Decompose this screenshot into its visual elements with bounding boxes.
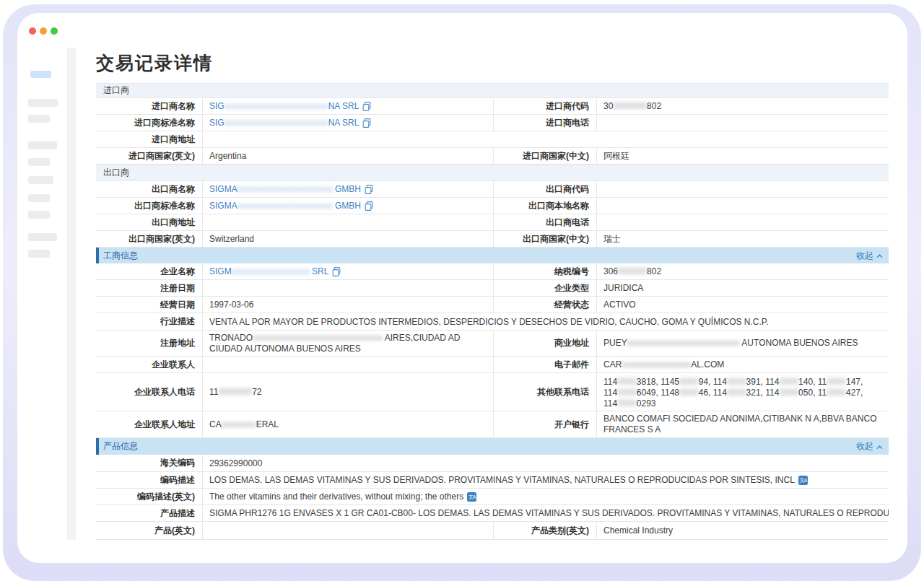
phone-line: 11400006049, 1148000046, 1140000321, 114…	[603, 388, 884, 398]
field-label: 企业名称	[96, 263, 203, 279]
sidebar-item[interactable]	[28, 233, 57, 241]
copy-icon[interactable]	[365, 185, 373, 194]
exporter-code-value	[597, 181, 889, 197]
field-label: 产品(英文)	[96, 522, 203, 539]
sidebar-item[interactable]	[28, 250, 50, 258]
section-title: 进口商	[103, 84, 129, 97]
contact-phone-value: 11000000072	[203, 373, 493, 411]
sidebar-item[interactable]	[28, 194, 50, 202]
importer-name-cell: SIGxxxxxxxxxxxxxxxxxxxxxxxxNA SRL	[203, 98, 493, 114]
table-row: 经营日期 1997-03-06 经营状态 ACTIVO	[96, 297, 889, 313]
sidebar-item[interactable]	[28, 211, 50, 219]
field-label: 出口商地址	[96, 214, 203, 230]
table-row: 进口商地址	[96, 131, 889, 148]
table-row: 进口商国家(英文) Argentina 进口商国家(中文) 阿根廷	[96, 148, 889, 165]
op-status-value: ACTIVO	[597, 297, 889, 313]
contact-person-value	[203, 357, 493, 372]
code-desc-value: LOS DEMAS. LAS DEMAS VITAMINAS Y SUS DER…	[203, 472, 889, 488]
sidebar-item[interactable]	[28, 115, 50, 123]
table-row: 编码描述(英文) The other vitamins and their de…	[96, 489, 889, 505]
section-header-product-info: 产品信息 收起	[96, 438, 889, 455]
window-minimize-button[interactable]	[40, 27, 47, 35]
field-label: 产品描述	[96, 505, 203, 521]
category-en-value: Chemical Industry	[597, 522, 889, 539]
exporter-std-name-link[interactable]: SIGMAxxxxxxxxxxxxxxxxxxxxxx GMBH	[209, 201, 373, 211]
field-label: 企业类型	[493, 280, 597, 296]
field-label: 出口商名称	[96, 181, 203, 197]
company-name-link[interactable]: SIGMxxxxxxxxxxxxxxxxxx SRL	[209, 266, 341, 276]
table-row: 进口商名称 SIGxxxxxxxxxxxxxxxxxxxxxxxxNA SRL …	[96, 98, 889, 115]
table-row: 企业联系人地址 CAxxxxxxxxERAL 开户银行 BANCO COMAFI…	[96, 411, 889, 438]
copy-icon[interactable]	[332, 267, 341, 276]
field-label: 出口商电话	[493, 214, 597, 230]
bank-value: BANCO COMAFI SOCIEDAD ANONIMA,CITIBANK N…	[597, 411, 889, 437]
field-label: 出口商国家(英文)	[96, 231, 203, 247]
importer-std-name-link[interactable]: SIGxxxxxxxxxxxxxxxxxxxxxxxxNA SRL	[209, 118, 371, 128]
window-maximize-button[interactable]	[51, 27, 58, 35]
table-row: 产品描述 SIGMA PHR1276 1G ENVASES X 1 GR CA0…	[96, 505, 889, 522]
table-row: 产品(英文) 产品类别(英文) Chemical Industry	[96, 522, 889, 540]
table-row: 行业描述 VENTA AL POR MAYOR DE PRODUCTOS INT…	[96, 313, 889, 331]
field-label: 开户银行	[493, 411, 597, 437]
table-row: 企业联系人 电子邮件 CARxxxxxxxxxxxxxxxxAL.COM	[96, 357, 889, 373]
exporter-country-en-value: Switzerland	[203, 231, 493, 247]
copy-icon[interactable]	[365, 201, 373, 211]
main-content: 交易记录详情 进口商 进口商名称 SIGxxxxxxxxxxxxxxxxxxxx…	[96, 51, 889, 540]
sidebar-divider	[67, 48, 76, 540]
table-row: 进口商标准名称 SIGxxxxxxxxxxxxxxxxxxxxxxxxNA SR…	[96, 115, 889, 131]
field-label: 经营状态	[493, 297, 597, 313]
sidebar-item[interactable]	[28, 176, 53, 184]
copy-icon[interactable]	[362, 102, 371, 111]
importer-code-value: 300000000802	[597, 98, 889, 114]
biz-address-value: PUEYxxxxxxxxxxxxxxxxxxxxxxxxxx AUTONOMA …	[597, 331, 889, 356]
importer-address-value	[203, 131, 889, 147]
field-label: 注册日期	[96, 280, 203, 296]
importer-std-name-cell: SIGxxxxxxxxxxxxxxxxxxxxxxxxNA SRL	[203, 115, 493, 131]
sidebar-item[interactable]	[28, 99, 58, 107]
field-label: 编码描述(英文)	[96, 489, 203, 504]
page-title: 交易记录详情	[96, 51, 889, 75]
copy-icon[interactable]	[362, 118, 371, 128]
trade-record-table: 进口商 进口商名称 SIGxxxxxxxxxxxxxxxxxxxxxxxxNA …	[96, 83, 889, 540]
collapse-button[interactable]: 收起	[856, 440, 889, 453]
phone-line: 11400003818, 1145000094, 1140000391, 114…	[603, 377, 884, 388]
op-date-value: 1997-03-06	[203, 297, 493, 313]
field-label: 产品类别(英文)	[493, 522, 597, 539]
importer-phone-value	[597, 115, 889, 131]
table-row: 注册地址 TRONADOxxxxxxxxxxxxxxxxxxxxxxxxxxxx…	[96, 331, 889, 357]
table-row: 企业联系人电话 11000000072 其他联系电话 11400003818, …	[96, 373, 889, 411]
field-label: 进口商名称	[96, 98, 203, 114]
sidebar-item[interactable]	[28, 158, 50, 166]
table-row: 出口商地址 出口商电话	[96, 214, 889, 231]
translate-icon[interactable]: 文A	[798, 476, 808, 485]
field-label: 进口商国家(中文)	[493, 148, 597, 164]
field-label: 编码描述	[96, 472, 203, 488]
field-label: 注册地址	[96, 331, 203, 356]
product-desc-value: SIGMA PHR1276 1G ENVASES X 1 GR CA01-CB0…	[203, 505, 889, 521]
exporter-local-name-value	[597, 198, 889, 214]
table-row: 出口商标准名称 SIGMAxxxxxxxxxxxxxxxxxxxxxx GMBH…	[96, 198, 889, 214]
field-label: 企业联系人电话	[96, 373, 203, 411]
email-value: CARxxxxxxxxxxxxxxxxAL.COM	[597, 357, 889, 372]
window-close-button[interactable]	[29, 27, 36, 35]
exporter-name-link[interactable]: SIGMAxxxxxxxxxxxxxxxxxxxxxx GMBH	[209, 184, 373, 194]
translate-icon[interactable]: 文A	[467, 492, 476, 502]
contact-address-value: CAxxxxxxxxERAL	[203, 411, 493, 437]
collapse-button[interactable]: 收起	[856, 250, 889, 262]
table-row: 出口商国家(英文) Switzerland 出口商国家(中文) 瑞士	[96, 231, 889, 248]
importer-name-link[interactable]: SIGxxxxxxxxxxxxxxxxxxxxxxxxNA SRL	[209, 101, 371, 111]
field-label: 进口商电话	[493, 115, 597, 131]
sidebar-item-active[interactable]	[30, 71, 51, 78]
sidebar-item[interactable]	[28, 141, 57, 149]
exporter-country-cn-value: 瑞士	[597, 231, 889, 247]
exporter-address-value	[203, 214, 493, 230]
other-phones-value: 11400003818, 1145000094, 1140000391, 114…	[597, 373, 889, 411]
exporter-name-cell: SIGMAxxxxxxxxxxxxxxxxxxxxxx GMBH	[203, 181, 493, 197]
field-label: 行业描述	[96, 313, 203, 330]
reg-address-value: TRONADOxxxxxxxxxxxxxxxxxxxxxxxxxxxxxx AI…	[203, 331, 493, 356]
field-label: 出口商标准名称	[96, 198, 203, 214]
section-header-business-info: 工商信息 收起	[96, 248, 889, 263]
field-label: 商业地址	[493, 331, 597, 356]
field-label: 电子邮件	[493, 357, 597, 372]
section-title: 出口商	[103, 167, 129, 179]
